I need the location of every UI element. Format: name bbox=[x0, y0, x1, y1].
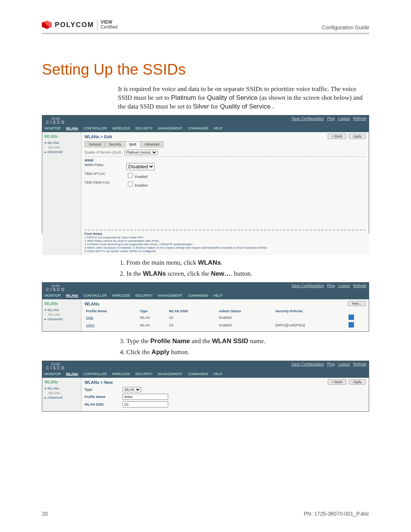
wlan-ssid-input[interactable] bbox=[123, 401, 168, 407]
new-button[interactable]: New... bbox=[348, 301, 366, 306]
footnotes-heading: Foot Notes bbox=[84, 232, 366, 236]
sidebar-item-wlans[interactable]: ▾ WLANs bbox=[45, 387, 79, 390]
sidebar-heading: WLANs bbox=[45, 134, 79, 139]
menu-management[interactable]: MANAGEMENT bbox=[158, 126, 183, 130]
profile-link-data[interactable]: Data bbox=[86, 316, 93, 320]
intro-platinum: Platinum bbox=[171, 94, 196, 101]
step-text: . bbox=[221, 259, 222, 266]
ap-cac-checkbox[interactable]: Enabled bbox=[126, 172, 148, 179]
link-logout[interactable]: Logout bbox=[338, 362, 350, 366]
back-button[interactable]: < Back bbox=[328, 134, 347, 139]
apply-button[interactable]: Apply bbox=[349, 134, 366, 139]
menu-management[interactable]: MANAGEMENT bbox=[158, 372, 183, 376]
menu-commands[interactable]: COMMANDS bbox=[188, 294, 208, 297]
menu-monitor[interactable]: MONITOR bbox=[45, 294, 61, 297]
link-logout[interactable]: Logout bbox=[338, 284, 350, 288]
link-ping[interactable]: Ping bbox=[327, 362, 335, 366]
menu-wireless[interactable]: WIRELESS bbox=[112, 294, 130, 297]
tab-advanced[interactable]: Advanced bbox=[140, 141, 164, 147]
link-save-config[interactable]: Save Configuration bbox=[292, 362, 324, 366]
menu-security[interactable]: SECURITY bbox=[135, 294, 153, 297]
profile-name-input[interactable] bbox=[123, 394, 168, 400]
apply-button[interactable]: Apply bbox=[349, 379, 366, 385]
profile-link-voice[interactable]: Voice bbox=[86, 323, 94, 327]
cisco-logo-bars: ı|ıı|ıı bbox=[45, 284, 67, 288]
menu-wireless[interactable]: WIRELESS bbox=[112, 372, 130, 376]
th-status: Admin Status bbox=[217, 308, 274, 314]
menu-security[interactable]: SECURITY bbox=[135, 126, 153, 130]
ap-cac-value: Enabled bbox=[135, 175, 148, 179]
th-type: Type bbox=[139, 308, 167, 314]
sidebar-item-wlans[interactable]: ▾ WLANs bbox=[45, 141, 79, 145]
sidebar-item-advanced[interactable]: ▸ Advanced bbox=[45, 396, 79, 399]
cisco-main-qos: < Back Apply WLANs > Edit General Securi… bbox=[81, 132, 369, 255]
menu-management[interactable]: MANAGEMENT bbox=[158, 294, 183, 297]
wmm-policy-select[interactable]: Disabled bbox=[126, 163, 155, 170]
cisco-logo-icon: ı|ıı|ıı CISCO bbox=[45, 117, 67, 125]
polycom-logo-icon bbox=[42, 21, 52, 29]
menu-wlans[interactable]: WLANs bbox=[66, 294, 78, 297]
tab-general[interactable]: General bbox=[84, 141, 105, 147]
menu-commands[interactable]: COMMANDS bbox=[188, 372, 208, 376]
menu-commands[interactable]: COMMANDS bbox=[188, 126, 208, 130]
cisco-logo-text: CISCO bbox=[45, 120, 67, 125]
menu-monitor[interactable]: MONITOR bbox=[45, 372, 61, 376]
menu-controller[interactable]: CONTROLLER bbox=[83, 372, 107, 376]
doc-id: PN: 1725-36070-001_P.doc bbox=[304, 511, 369, 517]
back-button[interactable]: < Back bbox=[328, 379, 347, 385]
intro-text: . bbox=[272, 103, 274, 110]
client-cac-checkbox[interactable]: Enabled bbox=[126, 181, 148, 188]
sidebar-item-wlans-sub[interactable]: WLANs bbox=[48, 313, 79, 316]
menu-help[interactable]: HELP bbox=[213, 126, 223, 130]
cisco-logo-text: CISCO bbox=[45, 366, 67, 370]
sidebar-item-label: WLANs bbox=[48, 141, 59, 145]
link-ping[interactable]: Ping bbox=[327, 117, 335, 121]
link-refresh[interactable]: Refresh bbox=[353, 362, 366, 366]
menu-wlans[interactable]: WLANs bbox=[66, 372, 78, 376]
sidebar-item-wlans[interactable]: ▾ WLANs bbox=[45, 308, 79, 312]
qos-select[interactable]: Platinum (voice) bbox=[124, 150, 158, 155]
link-save-config[interactable]: Save Configuration bbox=[292, 117, 324, 121]
sidebar-item-wlans-sub[interactable]: WLANs bbox=[48, 145, 79, 149]
cisco-screenshot-wlans-new: ı|ıı|ıı CISCO Save Configuration Ping Lo… bbox=[42, 361, 369, 412]
cisco-sidebar: WLANs ▾ WLANs WLANs ▸ Advanced bbox=[42, 299, 81, 331]
step-1: From the main menu, click WLANs. bbox=[126, 259, 369, 267]
sidebar-item-advanced[interactable]: ▸ Advanced bbox=[45, 150, 79, 154]
step-text: Click the bbox=[126, 348, 151, 356]
sidebar-item-advanced[interactable]: ▸ Advanced bbox=[45, 317, 79, 321]
link-save-config[interactable]: Save Configuration bbox=[292, 284, 324, 288]
menu-monitor[interactable]: MONITOR bbox=[45, 126, 61, 130]
intro-qos: Quality of Service bbox=[207, 94, 258, 101]
wlans-table: Profile Name Type WLAN SSID Admin Status… bbox=[84, 308, 366, 329]
row-action-icon[interactable] bbox=[349, 315, 354, 320]
sidebar-heading: WLANs bbox=[45, 302, 79, 306]
client-cac-label: 7920 Client CAC bbox=[84, 181, 119, 188]
sidebar-item-label: Advanced bbox=[47, 396, 62, 399]
cisco-logo-bars: ı|ıı|ıı bbox=[45, 117, 67, 120]
intro-silver: Silver bbox=[193, 103, 209, 110]
link-logout[interactable]: Logout bbox=[338, 117, 350, 121]
brand-block: POLYCOM VIEW Certified bbox=[42, 19, 118, 30]
link-refresh[interactable]: Refresh bbox=[353, 117, 366, 121]
link-refresh[interactable]: Refresh bbox=[353, 284, 366, 288]
menu-controller[interactable]: CONTROLLER bbox=[83, 126, 107, 130]
menu-controller[interactable]: CONTROLLER bbox=[83, 294, 107, 297]
menu-wlans[interactable]: WLANs bbox=[66, 126, 78, 130]
intro-text: for bbox=[198, 94, 207, 101]
th-profile: Profile Name bbox=[84, 308, 139, 314]
sidebar-item-wlans-sub[interactable]: WLANs bbox=[48, 391, 79, 395]
menu-help[interactable]: HELP bbox=[213, 294, 223, 297]
type-select[interactable]: WLAN bbox=[123, 387, 141, 392]
link-ping[interactable]: Ping bbox=[327, 284, 335, 288]
tab-security[interactable]: Security bbox=[105, 141, 126, 147]
form-row-profile: Profile Name bbox=[84, 394, 366, 400]
brand-separator bbox=[97, 19, 97, 30]
header-right: Configuration Guide bbox=[322, 24, 369, 30]
menu-security[interactable]: SECURITY bbox=[135, 372, 153, 376]
row-action-icon[interactable] bbox=[349, 322, 354, 328]
menu-help[interactable]: HELP bbox=[213, 372, 223, 376]
page-footer: 20 PN: 1725-36070-001_P.doc bbox=[42, 511, 369, 517]
tab-qos[interactable]: QoS bbox=[125, 141, 141, 147]
cisco-screenshot-qos: ı|ıı|ıı CISCO Save Configuration Ping Lo… bbox=[42, 115, 369, 234]
menu-wireless[interactable]: WIRELESS bbox=[112, 126, 130, 130]
